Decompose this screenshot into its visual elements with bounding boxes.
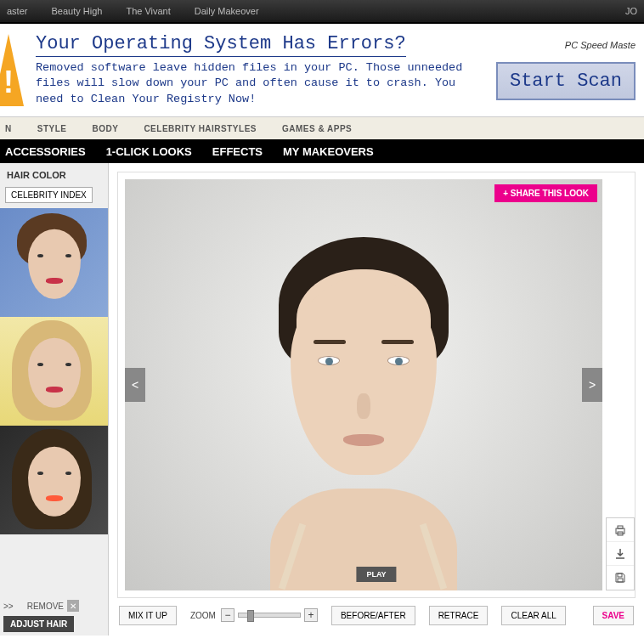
nav2-item-mymakeovers[interactable]: MY MAKEOVERS bbox=[283, 145, 374, 158]
ad-body: Removed software leave hidden files in y… bbox=[36, 60, 469, 107]
start-scan-button[interactable]: Start Scan bbox=[496, 62, 636, 100]
remove-close-icon[interactable]: ✕ bbox=[67, 600, 79, 612]
save-button[interactable]: SAVE bbox=[593, 606, 635, 625]
nav1-item-n[interactable]: N bbox=[5, 124, 12, 133]
play-button[interactable]: PLAY bbox=[356, 567, 396, 582]
sidebar-header: HAIR COLOR bbox=[0, 163, 108, 187]
ad-headline: Your Operating System Has Errors? bbox=[36, 33, 406, 57]
celebrity-thumb-2[interactable] bbox=[0, 317, 108, 426]
zoom-label: ZOOM bbox=[190, 611, 216, 620]
before-after-button[interactable]: BEFORE/AFTER bbox=[331, 606, 415, 625]
nav1-item-games[interactable]: GAMES & APPS bbox=[282, 124, 352, 133]
category-nav: N STYLE BODY CELEBRITY HAIRSTYLES GAMES … bbox=[0, 117, 644, 139]
nav1-item-celebrity[interactable]: CELEBRITY HAIRSTYLES bbox=[144, 124, 257, 133]
ad-banner: ! Your Operating System Has Errors? Remo… bbox=[0, 24, 644, 117]
top-nav-item-vivant[interactable]: The Vivant bbox=[126, 6, 170, 16]
top-nav-item-master[interactable]: aster bbox=[7, 6, 27, 16]
zoom-in-button[interactable]: + bbox=[304, 608, 318, 622]
canvas-area: + SHARE THIS LOOK < > PLAY MIX IT UP ZOO… bbox=[109, 163, 644, 636]
top-nav: aster Beauty High The Vivant Daily Makeo… bbox=[0, 0, 644, 24]
print-icon[interactable] bbox=[607, 518, 634, 542]
nav1-item-body[interactable]: BODY bbox=[92, 124, 118, 133]
save-disk-icon[interactable] bbox=[607, 566, 634, 590]
zoom-slider-knob[interactable] bbox=[247, 610, 254, 622]
bottom-controls: MIX IT UP ZOOM − + BEFORE/AFTER RETRACE … bbox=[117, 598, 636, 627]
right-tool-column bbox=[606, 517, 635, 590]
celebrity-index-button[interactable]: CELEBRITY INDEX bbox=[5, 187, 93, 203]
retrace-button[interactable]: RETRACE bbox=[429, 606, 489, 625]
model-image bbox=[125, 179, 602, 590]
remove-prefix: >> bbox=[3, 602, 14, 611]
zoom-slider[interactable] bbox=[238, 613, 301, 618]
download-icon[interactable] bbox=[607, 542, 634, 566]
top-nav-item-dailymakeover[interactable]: Daily Makeover bbox=[195, 6, 259, 16]
svg-rect-3 bbox=[618, 573, 622, 577]
next-arrow-button[interactable]: > bbox=[582, 368, 602, 402]
ad-site-label: PC Speed Maste bbox=[496, 40, 636, 50]
celebrity-thumb-1[interactable] bbox=[0, 208, 108, 317]
tool-nav: ACCESSORIES 1-CLICK LOOKS EFFECTS MY MAK… bbox=[0, 139, 644, 163]
nav2-item-accessories[interactable]: ACCESSORIES bbox=[5, 145, 86, 158]
canvas: + SHARE THIS LOOK < > PLAY bbox=[117, 172, 636, 598]
clear-all-button[interactable]: CLEAR ALL bbox=[501, 606, 565, 625]
adjust-hair-button[interactable]: ADJUST HAIR bbox=[3, 616, 74, 632]
remove-label: REMOVE bbox=[27, 602, 64, 611]
mix-it-up-button[interactable]: MIX IT UP bbox=[119, 606, 177, 625]
zoom-out-button[interactable]: − bbox=[221, 608, 234, 622]
nav2-item-looks[interactable]: 1-CLICK LOOKS bbox=[106, 145, 192, 158]
svg-rect-4 bbox=[618, 579, 623, 582]
top-nav-join[interactable]: JO bbox=[625, 6, 637, 16]
zoom-control: ZOOM − + bbox=[190, 608, 318, 622]
prev-arrow-button[interactable]: < bbox=[125, 368, 145, 402]
sidebar: HAIR COLOR CELEBRITY INDEX >> REMOVE ✕ A… bbox=[0, 163, 109, 636]
nav2-item-effects[interactable]: EFFECTS bbox=[212, 145, 263, 158]
share-look-button[interactable]: + SHARE THIS LOOK bbox=[494, 184, 597, 202]
top-nav-item-beautyhigh[interactable]: Beauty High bbox=[51, 6, 102, 16]
nav1-item-style[interactable]: STYLE bbox=[37, 124, 67, 133]
warning-icon: ! bbox=[0, 34, 24, 106]
svg-rect-1 bbox=[618, 526, 623, 528]
celebrity-thumb-3[interactable] bbox=[0, 426, 108, 534]
